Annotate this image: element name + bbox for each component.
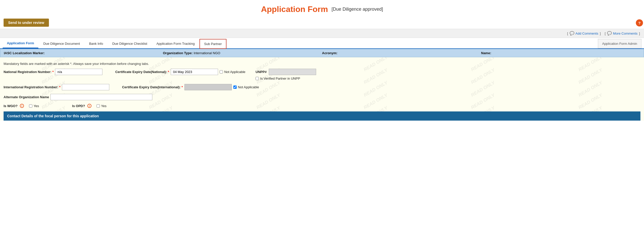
form-row-3: Alternate Organization Name [4, 94, 640, 100]
org-type-label: Organization Type: [163, 51, 194, 55]
unpp-field: UNPP# Is Verified Partner in UNPP [256, 69, 316, 80]
cert-expiry-national-required: * [168, 70, 169, 74]
is-wgo-yes-label: Yes [34, 104, 39, 108]
comments-bar: ? [ 💬 Add Comments ] [ 💬 More Comments ] [0, 29, 644, 38]
national-reg-required: * [52, 70, 53, 74]
bracket-open2: [ [605, 32, 606, 35]
bracket-close-add: ] [600, 32, 601, 35]
is-opd-field: Is OPD? i Yes [72, 104, 106, 108]
help-button[interactable]: ? [636, 19, 643, 26]
national-reg-field: National Registration Number: * [4, 69, 102, 75]
is-wgo-info-icon[interactable]: i [20, 104, 24, 108]
cert-expiry-national-input[interactable] [171, 69, 218, 75]
cert-expiry-intl-field: Certificate Expiry Date(International): … [122, 84, 259, 90]
is-opd-yes-label: Yes [101, 104, 106, 108]
page-status: [Due Diligence approved] [331, 7, 383, 12]
alt-org-label: Alternate Organization Name [4, 95, 49, 99]
intl-reg-input[interactable] [62, 84, 109, 90]
is-verified-field: Is Verified Partner in UNPP [256, 77, 300, 80]
mandatory-note: Mandatory fields are marked with an aste… [4, 60, 640, 69]
not-applicable-intl-label: Not Applicable [238, 85, 259, 89]
not-applicable-intl-checkbox[interactable] [233, 85, 237, 89]
form-body: READ ONLY READ ONLY READ ONLY READ ONLY … [0, 57, 644, 121]
page-title: Application Form [261, 5, 328, 14]
is-verified-label: Is Verified Partner in UNPP [260, 77, 300, 80]
org-type-cell: Organization Type: International NGO [163, 51, 322, 55]
bracket-close-more: ] [639, 32, 640, 35]
localization-marker-label: IASC Localization Marker: [4, 51, 163, 55]
cert-expiry-national-field: Certificate Expiry Date(National): * Not… [115, 69, 245, 75]
tab-application-form-tracking[interactable]: Application Form Tracking [152, 39, 199, 48]
intl-reg-required: * [59, 85, 60, 89]
tab-due-diligence-checklist[interactable]: Due Diligence Checklist [108, 39, 152, 48]
is-opd-info-icon[interactable]: i [87, 104, 91, 108]
add-comments-label: Add Comments [575, 32, 598, 35]
acronym-cell: Acronym: [322, 51, 481, 55]
is-opd-yes-checkbox[interactable] [97, 104, 100, 108]
info-row: IASC Localization Marker: Organization T… [0, 49, 644, 57]
form-row-1: National Registration Number: * Certific… [4, 69, 640, 80]
intl-reg-label: International Registration Number: * [4, 85, 60, 89]
add-comments-icon: 💬 [570, 31, 574, 36]
tab-due-diligence-doc[interactable]: Due Diligence Document [39, 39, 84, 48]
not-applicable-national-field: Not Applicable [220, 70, 245, 74]
tab-sub-partner[interactable]: Sub Partner [199, 39, 226, 49]
cert-expiry-intl-label: Certificate Expiry Date(International): … [122, 85, 183, 89]
more-comments-link[interactable]: 💬 More Comments [607, 31, 637, 36]
send-to-review-button[interactable]: Send to under review [4, 19, 49, 27]
org-type-value: International NGO [194, 51, 220, 55]
intl-reg-field: International Registration Number: * [4, 84, 109, 90]
tab-application-form[interactable]: Application Form [3, 38, 38, 48]
cert-expiry-intl-required: * [182, 85, 183, 89]
form-row-2: International Registration Number: * Cer… [4, 84, 640, 90]
is-opd-yes-field: Yes [97, 104, 106, 108]
name-label: Name: [481, 51, 491, 55]
cert-expiry-national-label: Certificate Expiry Date(National): * [115, 70, 169, 74]
is-wgo-field: Is WGO? i Yes [4, 104, 39, 108]
is-wgo-label: Is WGO? [4, 104, 18, 108]
not-applicable-national-checkbox[interactable] [220, 70, 223, 74]
form-content: Mandatory fields are marked with an aste… [0, 57, 644, 121]
unpp-label: UNPP# [256, 70, 266, 74]
national-reg-input[interactable] [55, 69, 102, 75]
unpp-input[interactable] [269, 69, 316, 75]
not-applicable-national-label: Not Applicable [224, 70, 245, 74]
top-bar: Send to under review [0, 17, 644, 29]
more-comments-label: More Comments [613, 32, 637, 35]
alt-org-field: Alternate Organization Name [4, 94, 152, 100]
name-cell: Name: [481, 51, 640, 55]
bracket-open: [ [567, 32, 568, 35]
alt-org-input[interactable] [50, 94, 152, 100]
not-applicable-intl-field: Not Applicable [233, 85, 259, 89]
is-opd-label: Is OPD? [72, 104, 85, 108]
tab-application-form-admin[interactable]: Application Form Admin [598, 39, 641, 48]
contact-section-header: Contact Details of the focal person for … [4, 111, 640, 121]
tabs-bar: Application Form Due Diligence Document … [0, 38, 644, 49]
add-comments-link[interactable]: 💬 Add Comments [570, 31, 598, 36]
page-header: Application Form [Due Diligence approved… [0, 0, 644, 17]
is-verified-checkbox[interactable] [256, 77, 259, 80]
form-row-4: Is WGO? i Yes Is OPD? i Yes [4, 104, 640, 108]
is-wgo-yes-field: Yes [29, 104, 39, 108]
national-reg-label: National Registration Number: * [4, 70, 53, 74]
more-comments-icon: 💬 [607, 31, 612, 36]
is-wgo-yes-checkbox[interactable] [29, 104, 32, 108]
acronym-label: Acronym: [322, 51, 338, 55]
tab-bank-info[interactable]: Bank Info [85, 39, 108, 48]
cert-expiry-intl-input[interactable] [184, 84, 232, 90]
